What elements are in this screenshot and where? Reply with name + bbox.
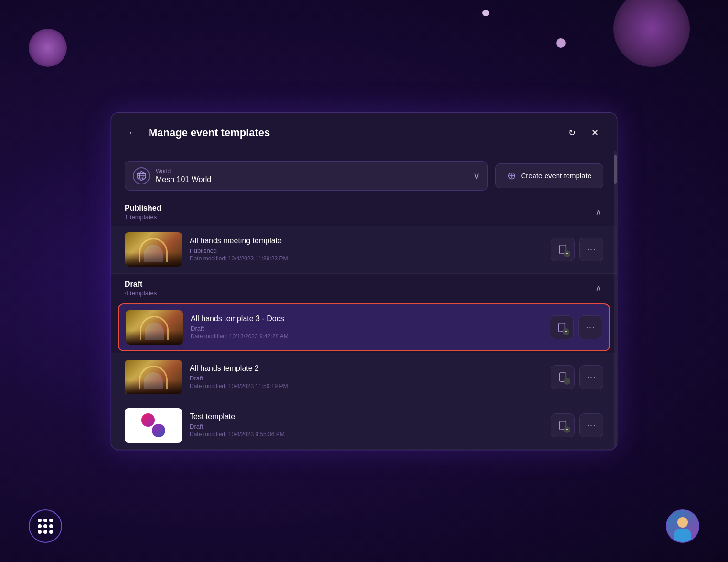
minus-badge: − [564, 426, 570, 433]
back-button[interactable]: ← [125, 125, 141, 141]
avatar-button[interactable] [666, 509, 699, 543]
minus-badge: − [564, 250, 570, 257]
logo-shape [141, 413, 165, 437]
arch-thumbnail [125, 360, 182, 394]
world-selector[interactable]: World Mesh 101 World ∨ [125, 161, 488, 191]
bottom-bar [0, 509, 728, 543]
create-button-label: Create event template [521, 172, 591, 180]
template-name: All hands meeting template [190, 237, 543, 245]
template-more-button[interactable]: ··· [579, 365, 603, 389]
bg-decoration-circle-3 [556, 38, 566, 48]
published-section-header: Published 1 templates ∧ [111, 198, 617, 226]
template-info: All hands template 2 Draft Date modified… [190, 364, 543, 389]
draft-section-count: 4 templates [125, 290, 157, 297]
template-item[interactable]: All hands template 2 Draft Date modified… [111, 353, 617, 401]
ellipsis-icon: ··· [587, 420, 596, 431]
template-info: Test template Draft Date modified: 10/4/… [190, 412, 543, 438]
template-thumbnail [125, 232, 182, 267]
avatar-head [677, 517, 688, 528]
create-event-template-button[interactable]: ⊕ Create event template [495, 163, 603, 188]
plus-circle-icon: ⊕ [507, 170, 516, 182]
arch-inner [144, 245, 163, 262]
template-actions: − ··· [551, 238, 603, 261]
menu-button[interactable] [29, 509, 62, 543]
avatar-body [674, 529, 691, 542]
arch-inner [144, 372, 163, 389]
arch-inner [145, 323, 164, 340]
chevron-down-icon: ∨ [473, 171, 480, 181]
back-icon: ← [128, 127, 138, 138]
template-thumbnail [126, 310, 183, 345]
published-section-info: Published 1 templates [125, 204, 161, 221]
template-more-button[interactable]: ··· [579, 238, 603, 261]
minus-badge: − [564, 378, 570, 385]
template-thumbnail [125, 360, 182, 394]
world-globe-icon [133, 167, 150, 184]
published-collapse-button[interactable]: ∧ [593, 205, 603, 219]
template-name: All hands template 2 [190, 364, 543, 373]
bg-decoration-circle-2 [613, 0, 690, 67]
scroll-thumb [614, 155, 617, 184]
ellipsis-icon: ··· [587, 244, 596, 255]
template-action-button[interactable]: − [551, 365, 575, 389]
template-info: All hands meeting template Published Dat… [190, 237, 543, 262]
template-item[interactable]: All hands meeting template Published Dat… [111, 226, 617, 274]
world-info: World Mesh 101 World [156, 168, 468, 184]
template-action-button[interactable]: − [551, 238, 575, 261]
arch-thumbnail [126, 310, 183, 345]
header-right: ↻ ✕ [563, 124, 603, 141]
logo-circle-2 [152, 424, 165, 437]
template-action-button[interactable]: − [550, 315, 574, 339]
template-status: Published [190, 247, 543, 254]
dots-grid-icon [38, 519, 53, 534]
logo-circle-1 [141, 413, 155, 427]
modal-title: Manage event templates [149, 127, 270, 139]
template-date: Date modified: 10/4/2023 9:55:36 PM [190, 431, 543, 438]
ellipsis-icon: ··· [587, 371, 596, 382]
template-date: Date modified: 10/13/2023 9:42:28 AM [191, 333, 542, 340]
template-status: Draft [190, 423, 543, 430]
manage-templates-modal: ← Manage event templates ↻ ✕ [111, 112, 617, 450]
arch-thumbnail [125, 232, 182, 267]
template-actions: − ··· [550, 315, 602, 339]
logo-thumbnail [125, 408, 182, 443]
template-name: All hands template 3 - Docs [191, 314, 542, 323]
refresh-icon: ↻ [568, 128, 576, 138]
bg-decoration-circle-1 [29, 29, 67, 67]
draft-section-header: Draft 4 templates ∧ [111, 274, 617, 302]
published-section-title: Published [125, 204, 161, 213]
world-label: World [156, 168, 468, 174]
template-date: Date modified: 10/4/2023 11:39:23 PM [190, 255, 543, 262]
template-more-button[interactable]: ··· [578, 315, 602, 339]
close-button[interactable]: ✕ [586, 124, 603, 141]
draft-section-title: Draft [125, 280, 157, 289]
template-date: Date modified: 10/4/2023 11:59:19 PM [190, 383, 543, 389]
template-actions: − ··· [551, 413, 603, 437]
template-status: Draft [190, 375, 543, 382]
ellipsis-icon: ··· [586, 322, 595, 333]
template-more-button[interactable]: ··· [579, 413, 603, 437]
draft-section-info: Draft 4 templates [125, 280, 157, 297]
template-status: Draft [191, 325, 542, 332]
template-item[interactable]: Test template Draft Date modified: 10/4/… [111, 401, 617, 450]
template-info: All hands template 3 - Docs Draft Date m… [191, 314, 542, 340]
template-actions: − ··· [551, 365, 603, 389]
minus-badge: − [563, 328, 569, 335]
template-thumbnail [125, 408, 182, 443]
bg-decoration-circle-4 [482, 10, 489, 16]
refresh-button[interactable]: ↻ [563, 124, 580, 141]
template-action-button[interactable]: − [551, 413, 575, 437]
template-name: Test template [190, 412, 543, 421]
template-item-selected[interactable]: All hands template 3 - Docs Draft Date m… [118, 303, 610, 351]
draft-collapse-button[interactable]: ∧ [593, 281, 603, 295]
header-left: ← Manage event templates [125, 125, 270, 141]
modal-header: ← Manage event templates ↻ ✕ [111, 113, 617, 151]
world-name: Mesh 101 World [156, 175, 468, 184]
controls-row: World Mesh 101 World ∨ ⊕ Create event te… [111, 151, 617, 198]
published-section-count: 1 templates [125, 214, 161, 221]
avatar-figure [672, 515, 693, 542]
close-icon: ✕ [591, 128, 599, 138]
